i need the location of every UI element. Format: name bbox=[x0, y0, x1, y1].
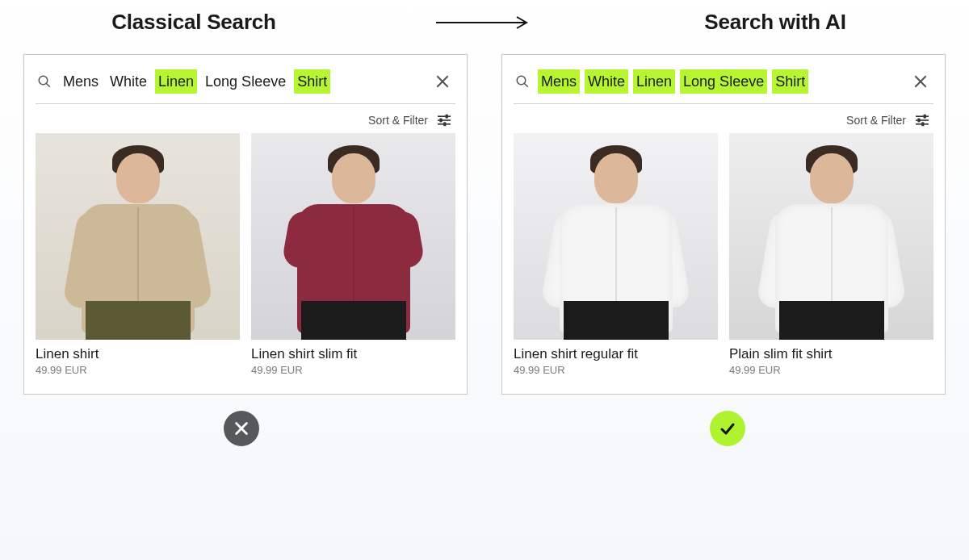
svg-line-12 bbox=[524, 83, 528, 87]
svg-rect-20 bbox=[921, 122, 924, 126]
search-bar: Mens White Linen Long Sleeve Shirt bbox=[514, 65, 933, 104]
query-token-highlight: Linen bbox=[633, 69, 675, 94]
product-price: 49.99 EUR bbox=[36, 364, 240, 376]
svg-rect-10 bbox=[443, 122, 446, 126]
heading-ai: Search with AI bbox=[581, 10, 969, 35]
heading-classical: Classical Search bbox=[0, 10, 388, 35]
svg-rect-6 bbox=[446, 115, 448, 119]
search-query-classical[interactable]: Mens White Linen Long Sleeve Shirt bbox=[60, 69, 423, 94]
query-token-highlight: Linen bbox=[155, 69, 197, 94]
clear-search-button[interactable] bbox=[909, 70, 932, 93]
product-price: 49.99 EUR bbox=[251, 364, 455, 376]
fail-badge bbox=[224, 411, 259, 446]
product-price: 49.99 EUR bbox=[514, 364, 718, 376]
query-token-highlight: Shirt bbox=[294, 69, 330, 94]
product-card[interactable]: Linen shirt slim fit 49.99 EUR bbox=[251, 133, 455, 376]
product-title: Plain slim fit shirt bbox=[729, 346, 933, 362]
product-card[interactable]: Linen shirt regular fit 49.99 EUR bbox=[514, 133, 718, 376]
product-title: Linen shirt bbox=[36, 346, 240, 362]
svg-line-2 bbox=[46, 83, 50, 87]
query-token: Long Sleeve bbox=[202, 69, 289, 94]
arrow-right-icon bbox=[436, 15, 533, 30]
search-query-ai[interactable]: Mens White Linen Long Sleeve Shirt bbox=[538, 69, 901, 94]
product-image bbox=[514, 133, 718, 340]
sliders-icon[interactable] bbox=[436, 114, 452, 127]
sort-filter-label[interactable]: Sort & Filter bbox=[368, 114, 428, 127]
ai-search-panel: Mens White Linen Long Sleeve Shirt Sort … bbox=[501, 54, 946, 395]
product-card[interactable]: Linen shirt 49.99 EUR bbox=[36, 133, 240, 376]
svg-point-11 bbox=[517, 76, 526, 85]
product-price: 49.99 EUR bbox=[729, 364, 933, 376]
product-title: Linen shirt slim fit bbox=[251, 346, 455, 362]
svg-rect-8 bbox=[439, 119, 442, 123]
svg-point-1 bbox=[39, 76, 48, 85]
query-token-highlight: Mens bbox=[538, 69, 580, 94]
query-token-highlight: White bbox=[585, 69, 628, 94]
svg-rect-18 bbox=[917, 119, 920, 123]
sliders-icon[interactable] bbox=[914, 114, 930, 127]
classical-search-panel: Mens White Linen Long Sleeve Shirt Sort … bbox=[23, 54, 468, 395]
clear-search-button[interactable] bbox=[431, 70, 454, 93]
sort-filter-label[interactable]: Sort & Filter bbox=[846, 114, 906, 127]
search-bar: Mens White Linen Long Sleeve Shirt bbox=[36, 65, 455, 104]
svg-rect-16 bbox=[924, 115, 926, 119]
query-token-highlight: Long Sleeve bbox=[680, 69, 767, 94]
pass-badge bbox=[710, 411, 745, 446]
query-token: Mens bbox=[60, 69, 102, 94]
product-image bbox=[36, 133, 240, 340]
search-icon bbox=[37, 74, 52, 89]
product-image bbox=[251, 133, 455, 340]
product-image bbox=[729, 133, 933, 340]
search-icon bbox=[515, 74, 530, 89]
product-card[interactable]: Plain slim fit shirt 49.99 EUR bbox=[729, 133, 933, 376]
query-token-highlight: Shirt bbox=[772, 69, 808, 94]
query-token: White bbox=[107, 69, 150, 94]
product-title: Linen shirt regular fit bbox=[514, 346, 718, 362]
